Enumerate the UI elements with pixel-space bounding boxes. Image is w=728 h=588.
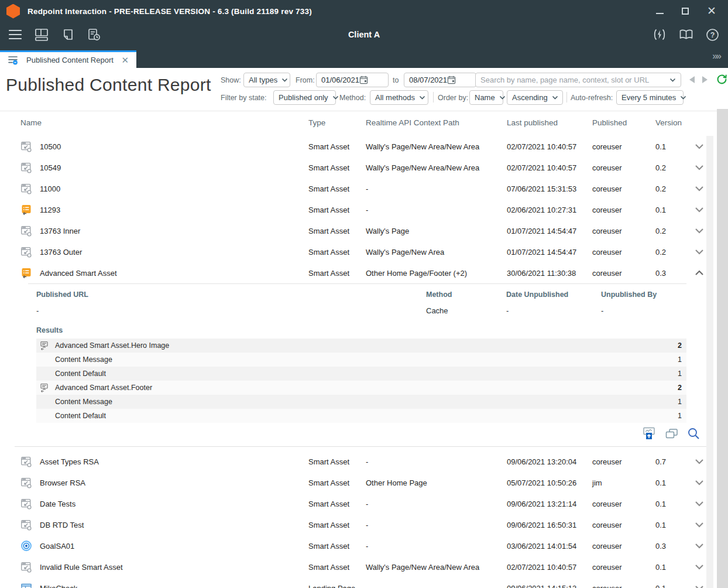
open-asset-icon[interactable] (642, 426, 656, 440)
tab-label: Published Content Report (26, 56, 114, 64)
method-dropdown[interactable]: All methods (370, 90, 428, 105)
show-type-dropdown[interactable]: All types (243, 73, 290, 87)
row-context-path: - (366, 521, 368, 529)
to-date-field[interactable]: 08/07/2021 (404, 73, 476, 87)
column-header-last-published: Last published (507, 118, 558, 127)
row-version: 0.2 (655, 184, 666, 193)
calendar-icon[interactable] (359, 76, 368, 84)
scheduled-report-icon[interactable] (87, 27, 102, 42)
row-published-by: coreuser (592, 563, 622, 572)
expand-row-button[interactable] (688, 501, 708, 507)
result-label: Content Message (55, 355, 112, 364)
result-count: 1 (678, 412, 682, 420)
autorefresh-label: Auto-refresh: (571, 94, 613, 102)
row-published-by: coreuser (592, 163, 622, 172)
row-published-by: coreuser (592, 457, 622, 466)
table-row: Browser RSASmart AssetOther Home Page05/… (15, 472, 708, 493)
pages-icon[interactable] (60, 27, 75, 42)
row-name: DB RTD Test (40, 521, 84, 529)
workspace-icon[interactable] (34, 27, 49, 42)
row-last-published: 09/06/2021 13:21:14 (507, 500, 576, 508)
search-input[interactable] (480, 76, 665, 84)
row-last-published: 05/07/2021 10:50:26 (507, 478, 576, 487)
api-status-icon[interactable] (652, 27, 667, 42)
refresh-icon[interactable] (716, 74, 727, 85)
close-icon[interactable]: ✕ (707, 8, 716, 15)
from-date-field[interactable]: 01/06/2021 (316, 73, 389, 87)
table-row: DB RTD TestSmart Asset-09/06/2021 16:50:… (15, 514, 708, 535)
expand-row-button[interactable] (688, 564, 708, 570)
expand-row-button[interactable] (688, 186, 708, 192)
table-row: Asset Types RSASmart Asset-09/06/2021 13… (15, 451, 708, 472)
sort-direction-dropdown[interactable]: Ascending (507, 90, 563, 105)
page-title: Published Content Report (6, 75, 211, 95)
search-zoom-icon[interactable] (687, 427, 700, 440)
smart-asset-icon (20, 519, 32, 531)
row-last-published: 09/06/2021 13:20:04 (507, 457, 576, 466)
row-name: MikeCheck (40, 584, 77, 588)
expand-row-button[interactable] (688, 207, 708, 213)
calendar-icon[interactable] (447, 76, 456, 84)
client-name: Client A (348, 30, 380, 39)
expand-row-button[interactable] (688, 480, 708, 486)
result-count: 1 (678, 370, 682, 378)
row-context-path: - (366, 500, 368, 508)
table-scrollbar[interactable] (706, 136, 713, 588)
row-type: Smart Asset (308, 521, 349, 529)
expand-row-button[interactable] (688, 543, 708, 549)
window-titlebar: Redpoint Interaction - PRE-RELEASE VERSI… (0, 0, 728, 22)
chevron-down-icon (332, 95, 339, 100)
row-last-published: 02/06/2021 10:27:31 (507, 206, 576, 214)
row-type: Smart Asset (308, 478, 349, 487)
expand-row-button[interactable] (688, 522, 708, 528)
table-row: GoalSA01Smart Asset-03/06/2021 14:01:54c… (15, 535, 708, 556)
result-sub-row: Content Default1 (36, 409, 686, 423)
smart-asset-icon (20, 456, 32, 467)
maximize-icon[interactable] (682, 8, 689, 15)
page-scrollbar[interactable] (717, 109, 728, 588)
expand-row-button[interactable] (688, 143, 708, 149)
result-group-row: Advanced Smart Asset.Footer2 (36, 381, 686, 395)
menu-icon[interactable] (8, 27, 23, 42)
autorefresh-dropdown[interactable]: Every 5 minutes (616, 90, 684, 105)
row-last-published: 02/07/2021 10:40:57 (507, 563, 576, 572)
smart-asset-icon (20, 225, 32, 237)
help-icon[interactable]: ? (705, 27, 720, 42)
previous-page-icon[interactable] (689, 76, 695, 83)
row-type: Smart Asset (308, 248, 349, 257)
search-box[interactable] (475, 73, 681, 87)
chevron-down-icon[interactable] (669, 78, 676, 82)
date-unpublished-value: - (506, 306, 509, 315)
slot-result-icon (40, 383, 49, 392)
expand-row-button[interactable] (688, 249, 708, 255)
published-content-table: Name Type Realtime API Context Path Last… (15, 111, 708, 588)
chevron-down-icon (419, 95, 425, 100)
row-published-by: coreuser (592, 142, 622, 151)
method-value: Cache (426, 306, 448, 315)
row-last-published: 03/06/2021 14:01:54 (507, 542, 576, 551)
minimize-icon[interactable] (656, 13, 664, 14)
tab-published-content-report[interactable]: Published Content Report ✕ (0, 50, 136, 68)
orange-asset-icon (20, 267, 32, 279)
filter-state-dropdown[interactable]: Published only (273, 90, 336, 105)
tab-close-icon[interactable]: ✕ (121, 55, 129, 66)
row-version: 0.1 (655, 521, 666, 529)
expand-row-button[interactable] (688, 165, 708, 170)
detail-action-buttons (642, 426, 700, 440)
next-page-icon[interactable] (702, 76, 708, 83)
collapse-row-button[interactable] (688, 270, 708, 276)
row-last-published: 02/07/2021 10:40:57 (507, 142, 576, 151)
expand-row-button[interactable] (688, 228, 708, 234)
smart-asset-icon (20, 183, 32, 194)
double-chevron-right-icon[interactable]: »» (712, 51, 720, 61)
expand-row-button[interactable] (688, 459, 708, 464)
row-context-path: - (366, 457, 368, 466)
documentation-icon[interactable] (678, 27, 693, 42)
order-by-dropdown[interactable]: Name (469, 90, 503, 105)
duplicate-icon[interactable] (665, 427, 678, 440)
row-published-by: coreuser (592, 227, 622, 235)
table-header-row: Name Type Realtime API Context Path Last… (15, 111, 708, 136)
row-context-path: Wally's Page (366, 227, 409, 235)
expand-row-button[interactable] (688, 585, 708, 588)
row-context-path: - (366, 584, 368, 588)
